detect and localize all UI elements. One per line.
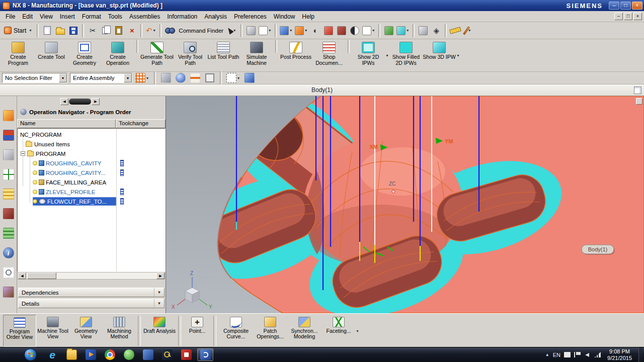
volume-icon[interactable] [584,352,591,357]
show-2d-ipws-button[interactable]: Show 2D IPWs [352,40,385,71]
datum-button[interactable] [323,24,335,37]
faceting-dropdown[interactable]: ▼ [355,315,360,347]
minimize-button[interactable]: – [609,2,619,10]
assembly-navigator-icon[interactable] [3,130,14,141]
taskbar-ie-button[interactable]: e [44,348,60,361]
shop-documentation-button[interactable]: Shop Documen... [312,40,346,71]
wireframe-button[interactable]: ▼ [362,24,376,37]
start-menu-button[interactable]: Start ▼ [2,26,34,35]
chevron-down-icon[interactable]: ▼ [154,288,164,297]
annotate-button[interactable]: ▼ [462,24,474,37]
rendering-style-button[interactable]: ▼ [294,24,308,37]
menu-information[interactable]: Information [164,12,201,22]
keyboard-icon[interactable] [564,352,571,357]
viewport-clip-button[interactable] [636,98,642,105]
view-orientation-button[interactable]: ▼ [279,24,293,37]
menu-window[interactable]: Window [270,12,299,22]
taskbar-green-app-button[interactable] [121,348,137,361]
paste-button[interactable] [113,24,125,37]
history-clock-icon[interactable] [3,267,14,278]
hd3d-tools-icon[interactable] [3,208,14,219]
taskbar-clock[interactable]: 9:08 PM 9/21/2015 [604,348,635,361]
scrollbar-right-button[interactable]: ▶ [156,273,165,279]
scroll-right-button[interactable]: ▶ [92,98,100,105]
dependencies-section-bar[interactable]: Dependencies ▼ [18,288,165,297]
save-button[interactable] [67,24,79,37]
scroller-grip[interactable] [69,99,91,105]
collapse-minus-icon[interactable] [21,151,25,156]
open-file-button[interactable] [54,24,66,37]
viewport-canvas[interactable]: XM YM ZC Z X Y [166,96,644,313]
mdi-close-button[interactable]: × [633,13,642,20]
chain-select-button[interactable] [204,71,216,84]
tree-row[interactable]: NC_PROGRAM [18,130,165,139]
show-filled-2d-ipws-button[interactable]: Show Filled 2D IPWs [389,40,423,71]
create-geometry-button[interactable]: Create Geometry [68,40,101,71]
title-bar[interactable]: NX 8 - Manufacturing - [base van_stp.prt… [0,0,644,11]
part-navigator-icon[interactable] [3,169,14,180]
verify-tool-path-button[interactable]: Verify Tool Path [174,40,207,71]
tree-row[interactable]: ROUGHING_CAVITY... [18,168,165,177]
layers-icon[interactable] [3,228,14,239]
taskbar-nx-button[interactable] [197,348,213,361]
menu-assemblies[interactable]: Assemblies [126,12,164,22]
sphere-snap-button[interactable] [175,71,187,84]
chevron-down-icon[interactable]: ▼ [59,73,67,82]
simulate-machine-button[interactable]: Simulate Machine [240,40,273,71]
menu-format[interactable]: Format [78,12,105,22]
point-button[interactable]: +Point... [183,315,211,347]
taskbar-explorer-button[interactable] [63,348,79,361]
vector-up-button[interactable] [189,71,201,84]
action-center-flag-icon[interactable] [574,352,581,357]
copy-button[interactable] [100,24,112,37]
menu-preferences[interactable]: Preferences [230,12,270,22]
sphere-display-button[interactable] [349,24,361,37]
constraint-navigator-icon[interactable] [3,149,14,160]
tree-row[interactable]: FACE_MILLING_AREA [18,177,165,187]
menu-analysis[interactable]: Analysis [201,12,230,22]
details-section-bar[interactable]: Details ▼ [18,299,165,308]
print-button[interactable]: ▼ [258,24,272,37]
column-header-name[interactable]: Name [17,119,116,128]
measure-button[interactable] [449,24,461,37]
interlock-button[interactable] [160,71,172,84]
draft-analysis-button[interactable]: Draft Analysis [143,315,176,347]
snap-point-button[interactable]: ▼ [135,71,150,84]
create-program-button[interactable]: Create Program [2,40,35,71]
machining-method-view-button[interactable]: Machining Method [103,315,136,347]
menu-file[interactable]: File [2,12,19,22]
post-process-button[interactable]: Post Process [279,40,312,71]
show-3d-ipw-dropdown[interactable]: ▼ [456,40,460,71]
selection-filter-combobox[interactable]: No Selection Filter ▼ [2,73,67,83]
list-tool-path-button[interactable]: List Tool Path [207,40,240,71]
plant-view-button[interactable] [383,24,395,37]
section-view-button[interactable]: ◐ [309,24,321,37]
menu-edit[interactable]: Edit [19,12,36,22]
mdi-restore-button[interactable]: □ [624,13,632,20]
taskbar-media-player-button[interactable] [83,348,99,361]
taskbar-key-app-button[interactable] [159,348,175,361]
tree-row[interactable]: Unused Items [18,139,165,149]
info-icon[interactable]: i [3,247,14,258]
roles-pencil-icon[interactable] [3,110,14,121]
taskbar-blue-app-button[interactable] [140,348,156,361]
mdi-minimize-button[interactable]: – [614,13,623,20]
tree-row[interactable]: ROUGHING_CAVITY [18,158,165,168]
tree-row[interactable]: PROGRAM [18,149,165,158]
palette-icon[interactable] [3,287,14,298]
generate-tool-path-button[interactable]: Generate Tool Path [140,40,174,71]
navigator-horizontal-scrollbar[interactable]: ◀ ▶ [18,272,165,280]
scene-button[interactable]: ▼ [396,24,410,37]
new-file-button[interactable] [41,24,53,37]
menu-help[interactable]: Help [298,12,318,22]
scrollbar-track[interactable] [26,273,156,279]
tree-row-selected[interactable]: FLOWCUT_REF_TO... [18,197,165,206]
column-header-toolchange[interactable]: Toolchange [116,119,166,128]
chevron-down-icon[interactable]: ▼ [124,73,132,82]
selection-arrow-button[interactable]: ▼ [226,24,238,37]
patch-openings-button[interactable]: Patch Openings... [254,315,287,347]
scroll-left-button[interactable]: ◀ [60,98,68,105]
show-desktop-button[interactable] [638,347,643,362]
chevron-down-icon[interactable]: ▼ [154,299,164,308]
taskbar-red-app-button[interactable] [178,348,194,361]
